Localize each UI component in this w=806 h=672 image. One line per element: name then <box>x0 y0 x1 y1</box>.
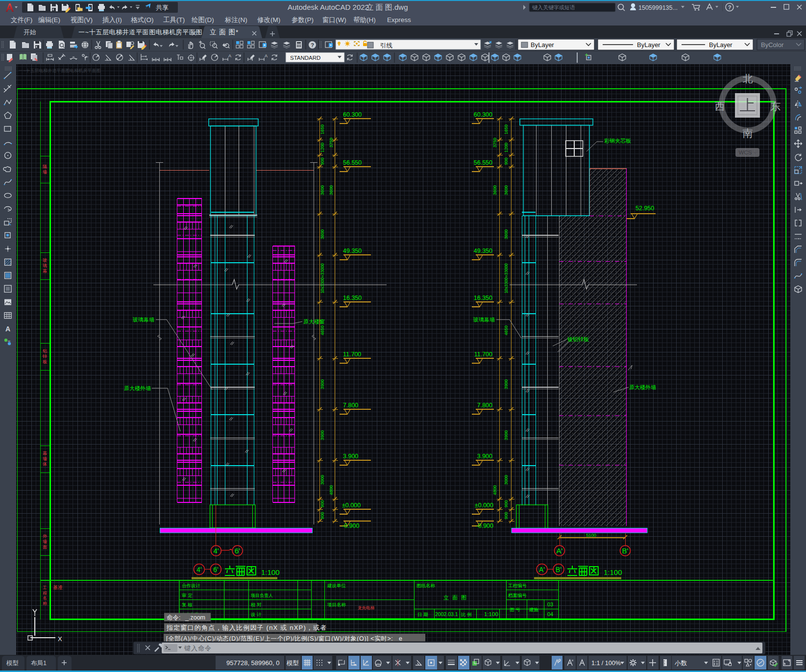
svg-text:工: 工 <box>42 585 47 590</box>
svg-text:6': 6' <box>213 566 218 573</box>
svg-text:锌: 锌 <box>42 354 47 359</box>
svg-text:编辑(E): 编辑(E) <box>38 16 60 24</box>
svg-text:建施: 建施 <box>529 607 539 612</box>
svg-text:ByColor: ByColor <box>761 41 784 49</box>
svg-text:模型: 模型 <box>286 660 299 667</box>
svg-text:[全部(A)/中心(C)/动态(D)/范围(E)/上一个(P: [全部(A)/中心(C)/动态(D)/范围(E)/上一个(P)/比例(S)/窗口… <box>166 635 403 642</box>
svg-text:原大楼外墙: 原大楼外墙 <box>124 385 151 391</box>
svg-text:3600: 3600 <box>320 229 325 239</box>
svg-text:修改(M): 修改(M) <box>257 16 280 24</box>
svg-text:3600: 3600 <box>492 185 497 195</box>
svg-text:参数(P): 参数(P) <box>292 16 314 24</box>
svg-text:幕: 幕 <box>43 451 47 456</box>
svg-text:命令:: 命令: <box>167 614 180 621</box>
svg-text:建设单位: 建设单位 <box>327 583 346 588</box>
svg-text:900: 900 <box>320 500 325 507</box>
svg-text:3000: 3000 <box>504 475 509 485</box>
svg-text:称: 称 <box>43 601 47 606</box>
svg-text:帮助(H): 帮助(H) <box>353 16 376 24</box>
svg-text:比 例: 比 例 <box>461 612 472 617</box>
svg-text:4800: 4800 <box>492 485 497 495</box>
svg-text:墙: 墙 <box>42 456 47 461</box>
svg-text:?: ? <box>728 4 732 10</box>
svg-text:项目负责人: 项目负责人 <box>251 593 273 598</box>
svg-text:_.zoom: _.zoom <box>185 614 205 621</box>
svg-text:合作设计: 合作设计 <box>182 583 201 588</box>
svg-text:墙: 墙 <box>42 170 47 174</box>
svg-text:玻璃幕墙: 玻璃幕墙 <box>473 317 495 323</box>
svg-text:复 核: 复 核 <box>182 602 193 607</box>
svg-text:审 定: 审 定 <box>182 593 193 598</box>
svg-text:立 面 图.dwg: 立 面 图.dwg <box>366 3 408 11</box>
svg-text:900: 900 <box>504 512 509 519</box>
svg-text:4': 4' <box>213 547 219 555</box>
svg-text:-0.900: -0.900 <box>342 523 359 529</box>
svg-text:3750: 3750 <box>329 138 334 148</box>
svg-text:标注(N): 标注(N) <box>224 16 247 24</box>
svg-text:玻璃幕墙: 玻璃幕墙 <box>132 317 154 323</box>
svg-text:5100: 5100 <box>586 532 596 538</box>
svg-text:1200: 1200 <box>320 143 325 152</box>
svg-text:彩钢夹芯板: 彩钢夹芯板 <box>604 138 631 144</box>
svg-text:图 号: 图 号 <box>510 607 520 612</box>
svg-text:引线: 引线 <box>380 42 392 49</box>
svg-text:3750: 3750 <box>492 138 497 148</box>
svg-text:程: 程 <box>43 591 47 596</box>
svg-text:957728, 589960, 0: 957728, 589960, 0 <box>226 659 279 667</box>
svg-text:11.700: 11.700 <box>343 351 361 358</box>
svg-text:A: A <box>5 325 10 333</box>
svg-text:A': A' <box>539 566 545 573</box>
svg-text:小数: 小数 <box>675 660 687 667</box>
svg-text:立 面 图: 立 面 图 <box>443 595 467 600</box>
svg-text:WCS: WCS <box>739 149 752 155</box>
svg-text:布局1: 布局1 <box>31 660 47 667</box>
svg-text:1505999135...: 1505999135... <box>638 4 678 11</box>
svg-text:4650: 4650 <box>320 325 325 335</box>
svg-text:日 期: 日 期 <box>417 612 428 617</box>
svg-text:03: 03 <box>547 601 553 607</box>
svg-text:外: 外 <box>43 534 48 539</box>
svg-text:板: 板 <box>43 359 47 364</box>
svg-text:3600: 3600 <box>329 185 334 195</box>
svg-text:3900: 3900 <box>320 379 325 389</box>
svg-text:面: 面 <box>43 545 47 549</box>
svg-text:STANDARD: STANDARD <box>290 55 320 61</box>
svg-text:ByLayer: ByLayer <box>709 41 733 49</box>
svg-text:1200: 1200 <box>504 143 509 152</box>
svg-text:绘图(D): 绘图(D) <box>192 16 214 24</box>
svg-text:镀铝锌板: 镀铝锌板 <box>567 336 589 342</box>
svg-text:键入命令: 键入命令 <box>184 645 212 652</box>
svg-text:一~十五层电梯井道平面图电梯机房平面图: 一~十五层电梯井道平面图电梯机房平面图 <box>78 28 202 36</box>
svg-text:键入关键字或短语: 键入关键字或短语 <box>532 4 575 10</box>
svg-text:49.350: 49.350 <box>474 248 492 254</box>
svg-text:墙: 墙 <box>42 539 47 544</box>
svg-text:铝: 铝 <box>43 348 47 353</box>
svg-text:3600: 3600 <box>504 229 509 239</box>
svg-text:±0.000: ±0.000 <box>342 502 361 509</box>
svg-text:900: 900 <box>504 500 509 507</box>
svg-text:龙先电梯: 龙先电梯 <box>358 605 375 610</box>
svg-text:04: 04 <box>547 611 553 617</box>
svg-text:原大楼外墙: 原大楼外墙 <box>629 384 656 390</box>
svg-text:北: 北 <box>743 73 753 84</box>
svg-text:±0.000: ±0.000 <box>475 502 493 509</box>
svg-text:共享: 共享 <box>156 4 169 11</box>
svg-text:10x3300=33000: 10x3300=33000 <box>504 263 509 293</box>
svg-text:10x3300=33000: 10x3300=33000 <box>320 263 325 293</box>
svg-text:项目名称: 项目名称 <box>327 602 346 607</box>
svg-text:3900: 3900 <box>320 430 325 440</box>
svg-text:校 对: 校 对 <box>250 602 262 607</box>
svg-text:7.800: 7.800 <box>477 402 492 409</box>
svg-text:立 面 图*: 立 面 图* <box>210 28 239 36</box>
svg-text:3.900: 3.900 <box>477 453 492 460</box>
svg-text:56.550: 56.550 <box>474 159 492 166</box>
svg-text:3.900: 3.900 <box>343 453 358 460</box>
svg-text:Express: Express <box>387 16 411 24</box>
svg-text:B': B' <box>556 566 562 573</box>
svg-text:ByLayer: ByLayer <box>531 41 554 49</box>
svg-text:模型: 模型 <box>6 660 19 667</box>
svg-text:60.300: 60.300 <box>343 111 362 118</box>
svg-text:900: 900 <box>320 157 325 165</box>
svg-text:3600: 3600 <box>320 185 325 195</box>
svg-text:1:100: 1:100 <box>261 568 280 576</box>
